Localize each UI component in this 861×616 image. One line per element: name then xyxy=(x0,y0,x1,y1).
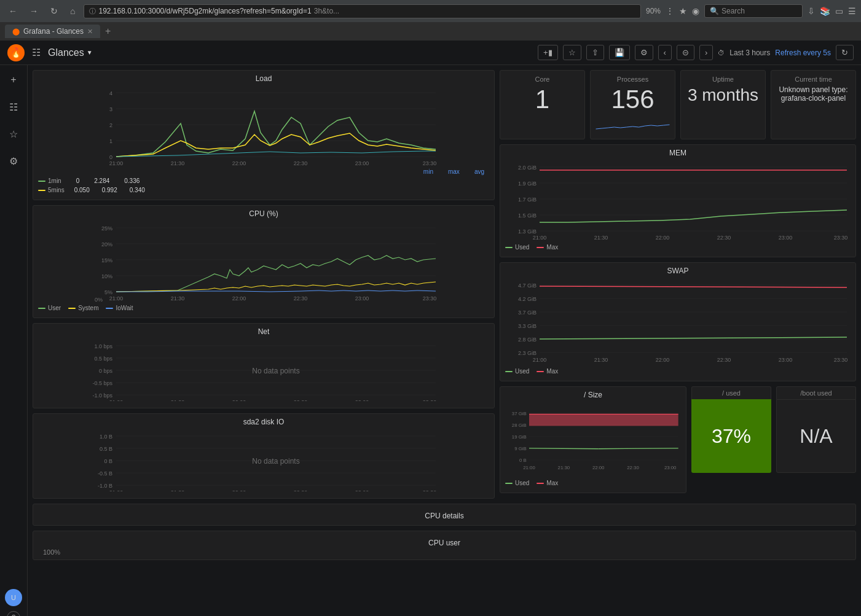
processes-panel: Processes 156 xyxy=(590,70,675,139)
refresh-browser-button[interactable]: ↻ xyxy=(47,5,61,17)
disk-io-title: sda2 disk IO xyxy=(33,414,494,427)
svg-text:0: 0 xyxy=(109,154,112,160)
refresh-interval-label[interactable]: Refresh every 5s xyxy=(775,49,831,57)
add-panel-button[interactable]: +▮ xyxy=(538,45,558,60)
left-sidebar: + ☷ ☆ ⚙ U ? xyxy=(0,65,28,616)
svg-text:21:30: 21:30 xyxy=(171,489,185,491)
cpu-chart: 25% 20% 15% 10% 5% 0% 21:00 21:30 22:00 … xyxy=(38,222,489,302)
svg-text:3.7 GiB: 3.7 GiB xyxy=(518,310,537,316)
search-bar[interactable]: 🔍 Search xyxy=(704,4,803,18)
stat-1min-min: 0 xyxy=(76,177,80,184)
next-time-button[interactable]: › xyxy=(699,45,713,60)
stat-1min-avg: 0.336 xyxy=(124,177,140,184)
tab-close-button[interactable]: ✕ xyxy=(87,28,93,36)
mem-legend: Used Max xyxy=(505,243,851,252)
sidebar-settings-icon[interactable]: ⚙ xyxy=(4,151,23,171)
stat-5min-max: 0.992 xyxy=(102,187,117,193)
core-value: 1 xyxy=(505,85,580,114)
svg-text:0.5 bps: 0.5 bps xyxy=(94,356,112,362)
svg-text:-1.0 B: -1.0 B xyxy=(98,483,112,489)
swap-title: SWAP xyxy=(500,263,855,276)
mem-panel: MEM 2.0 GiB 1.9 GiB 1.7 GiB 1.5 GiB xyxy=(500,144,856,257)
forward-button[interactable]: → xyxy=(26,5,42,17)
svg-text:3.3 GiB: 3.3 GiB xyxy=(518,323,537,329)
svg-text:37 GiB: 37 GiB xyxy=(512,411,527,416)
svg-text:21:00: 21:00 xyxy=(109,489,124,491)
dashboard-title[interactable]: Glances ▼ xyxy=(48,47,93,58)
dashboard-grid: Load 4 3 2 1 xyxy=(33,70,856,499)
svg-text:5%: 5% xyxy=(104,289,112,295)
time-range-label: Last 3 hours xyxy=(729,49,770,57)
svg-text:23:00: 23:00 xyxy=(664,465,677,470)
sidebar-alerts-icon[interactable]: ☆ xyxy=(4,124,23,144)
svg-text:4: 4 xyxy=(109,90,112,96)
dashboard-title-text: Glances xyxy=(48,47,84,58)
core-panel: Core 1 xyxy=(500,70,585,139)
svg-text:4.7 GiB: 4.7 GiB xyxy=(518,283,537,289)
svg-line-121 xyxy=(529,448,599,449)
svg-text:0 bps: 0 bps xyxy=(99,368,113,374)
new-tab-button[interactable]: + xyxy=(100,23,116,39)
svg-text:19 GiB: 19 GiB xyxy=(512,434,527,440)
svg-text:3: 3 xyxy=(109,106,112,112)
back-button[interactable]: ← xyxy=(5,5,21,17)
swap-panel: SWAP 4.7 GiB 4.2 GiB 3.7 GiB 3 xyxy=(500,262,856,381)
sidebar-add-icon[interactable]: + xyxy=(4,70,23,90)
svg-text:9 GiB: 9 GiB xyxy=(514,446,527,452)
settings-button[interactable]: ⚙ xyxy=(635,45,653,60)
svg-text:No data points: No data points xyxy=(252,367,299,375)
svg-text:23:00: 23:00 xyxy=(355,489,369,491)
browser-chrome: ← → ↻ ⌂ ⓘ 192.168.0.100:3000/d/wRj5Dg2mk… xyxy=(0,0,861,22)
swap-legend: Used Max xyxy=(505,367,851,376)
grafana-logo[interactable]: 🔥 xyxy=(7,44,25,61)
cpu-details-panel: CPU details xyxy=(33,504,856,526)
zoom-level: 90% xyxy=(646,7,661,15)
zoom-out-button[interactable]: ⊝ xyxy=(677,45,694,60)
load-title: Load xyxy=(33,71,494,84)
svg-text:23:30: 23:30 xyxy=(423,160,437,166)
stat-5min-min: 0.050 xyxy=(74,187,90,193)
prev-time-button[interactable]: ‹ xyxy=(658,45,672,60)
menu-icon[interactable]: ☷ xyxy=(32,47,41,58)
svg-text:1.7 GiB: 1.7 GiB xyxy=(518,197,537,203)
top-stats-row: Core 1 Processes 156 Uptime 3 months xyxy=(500,70,856,139)
help-icon[interactable]: ? xyxy=(7,611,20,616)
net-chart: 1.0 bps 0.5 bps 0 bps -0.5 bps -1.0 bps … xyxy=(38,340,489,401)
core-label: Core xyxy=(505,76,580,83)
active-tab[interactable]: ⬤ Grafana - Glances ✕ xyxy=(5,25,100,38)
svg-text:23:00: 23:00 xyxy=(779,357,793,363)
root-used-value: 37% xyxy=(691,399,771,473)
svg-text:2: 2 xyxy=(109,122,112,128)
load-legend: 1min 0 2.284 0.336 xyxy=(38,176,489,185)
tab-title: Grafana - Glances xyxy=(23,27,84,36)
search-placeholder: Search xyxy=(721,7,745,15)
svg-text:-0.5 bps: -0.5 bps xyxy=(92,380,112,386)
legend-user: User xyxy=(48,305,61,311)
svg-line-122 xyxy=(599,448,678,449)
svg-text:2.0 GiB: 2.0 GiB xyxy=(518,165,537,171)
share-button[interactable]: ⇧ xyxy=(586,45,604,60)
svg-text:0 B: 0 B xyxy=(519,458,527,464)
net-title: Net xyxy=(33,324,494,337)
svg-text:23:00: 23:00 xyxy=(355,160,369,166)
svg-text:22:00: 22:00 xyxy=(232,160,246,166)
svg-text:21:00: 21:00 xyxy=(109,160,124,166)
mem-title: MEM xyxy=(500,145,855,158)
cpu-user-value: 100% xyxy=(38,548,851,556)
sidebar-panels-icon[interactable]: ☷ xyxy=(4,97,23,117)
star-button[interactable]: ☆ xyxy=(563,45,581,60)
home-button[interactable]: ⌂ xyxy=(66,5,79,17)
load-chart: 4 3 2 1 0 21:00 21:30 22:00 22:30 23:00 … xyxy=(38,87,489,166)
svg-text:-0.5 B: -0.5 B xyxy=(98,470,112,477)
svg-text:21:00: 21:00 xyxy=(533,357,547,363)
save-button[interactable]: 💾 xyxy=(609,45,630,60)
stat-5min-avg: 0.340 xyxy=(130,187,145,193)
svg-text:22:30: 22:30 xyxy=(294,489,308,491)
disk-io-panel: sda2 disk IO 1.0 B 0.5 B 0 B -0.5 B xyxy=(33,413,495,499)
current-time-panel: Current time Unknown panel type: grafana… xyxy=(771,70,856,139)
address-bar[interactable]: ⓘ 192.168.0.100:3000/d/wRj5Dg2mk/glances… xyxy=(84,4,641,18)
disk-size-chart: 37 GiB 28 GiB 19 GiB 9 GiB 0 B 21:00 21:… xyxy=(505,403,681,477)
avatar[interactable]: U xyxy=(5,589,22,606)
refresh-button[interactable]: ↻ xyxy=(836,45,854,60)
svg-text:23:30: 23:30 xyxy=(834,235,848,241)
